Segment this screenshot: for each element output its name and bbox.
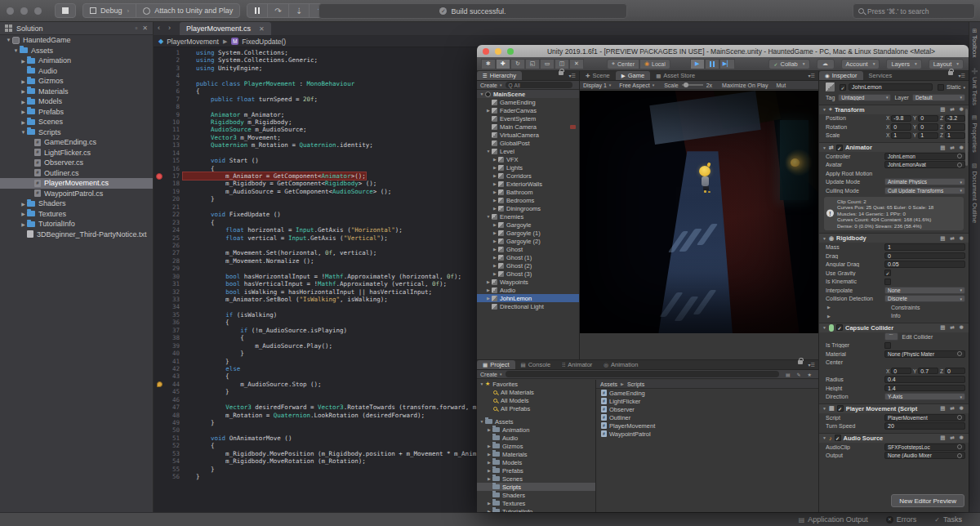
inspector-tab[interactable]: ◉Inspector — [819, 71, 863, 80]
solution-tree-item[interactable]: ▼Scripts — [0, 127, 153, 138]
value-field[interactable]: 0.05 — [884, 261, 965, 268]
hierarchy-item[interactable]: VirtualCamera — [477, 131, 579, 139]
stop-button[interactable] — [55, 3, 76, 18]
active-checkbox[interactable]: ✓ — [840, 84, 846, 91]
label-icon[interactable]: ✎ — [794, 372, 804, 377]
hierarchy-item[interactable]: Main Camera — [477, 123, 579, 131]
project-tree-item[interactable]: ▶Animation — [477, 426, 595, 434]
run-target-dropdown[interactable]: Attach to Unity and Play — [136, 4, 239, 17]
lock-icon[interactable] — [948, 71, 953, 75]
hierarchy-item[interactable]: ▶Audio — [477, 286, 579, 294]
vector-field[interactable]: -3.2 — [945, 115, 965, 123]
tree-arrow-icon[interactable]: ▶ — [486, 427, 492, 432]
vector-field[interactable]: 1 — [918, 132, 938, 140]
gutter[interactable] — [154, 87, 165, 95]
gutter[interactable] — [154, 134, 165, 141]
project-search-input[interactable] — [506, 371, 779, 377]
project-tree-item[interactable]: All Prefabs — [477, 404, 595, 412]
component-header[interactable]: ▼⇄✓Animator▤ ⇄ ✹ — [819, 142, 969, 152]
fold-arrow-icon[interactable]: ▶ — [826, 305, 832, 310]
hierarchy-item[interactable]: ▶ExteriorWalls — [477, 180, 579, 188]
tree-arrow-icon[interactable]: ▶ — [20, 78, 27, 84]
space-toggle-button[interactable]: ◉Local — [639, 59, 670, 69]
hierarchy-item[interactable]: ▶Gargoyle — [477, 221, 579, 229]
object-picker-icon[interactable] — [957, 444, 962, 449]
animation-tab[interactable]: ◎Animation — [598, 360, 644, 369]
tree-arrow-icon[interactable]: ▶ — [485, 108, 492, 113]
hierarchy-item[interactable]: ▶Bathroom — [477, 188, 579, 196]
mute-audio-button[interactable]: Mut — [777, 82, 786, 88]
vector-field[interactable]: 0 — [918, 123, 938, 131]
project-tree-item[interactable]: All Materials — [477, 388, 595, 396]
project-file-item[interactable]: #GameEnding — [596, 389, 818, 397]
pause-button[interactable] — [247, 4, 267, 17]
solution-tree-item[interactable]: #LightFlicker.cs — [0, 148, 153, 158]
application-output-button[interactable]: ▤ Application Output — [799, 515, 868, 524]
panel-menu-icon[interactable]: ▾☰ — [566, 71, 579, 80]
gutter[interactable] — [154, 342, 165, 350]
bookmark-icon[interactable] — [157, 381, 163, 387]
hierarchy-item[interactable]: ▶Bedrooms — [477, 196, 579, 204]
errors-button[interactable]: ✕ Errors — [886, 515, 917, 524]
breakpoint-icon[interactable] — [156, 173, 163, 180]
game-tab[interactable]: ▶Game — [616, 71, 650, 80]
tree-arrow-icon[interactable]: ▼ — [20, 130, 27, 135]
gutter[interactable] — [154, 334, 165, 341]
tree-arrow-icon[interactable]: ▶ — [485, 288, 492, 292]
fold-arrow-icon[interactable]: ▶ — [826, 314, 832, 319]
hierarchy-item[interactable]: ▼Level — [477, 147, 579, 155]
project-tree-item[interactable]: ▼★Favorites — [477, 380, 595, 388]
tree-arrow-icon[interactable]: ▶ — [20, 221, 27, 227]
solution-tree-item[interactable]: ▼Assets — [0, 46, 153, 56]
object-field[interactable]: None (Audio Mixer — [884, 452, 965, 459]
object-name-field[interactable]: JohnLemon — [849, 83, 933, 91]
nav-forward-icon[interactable]: › — [164, 22, 175, 35]
tree-arrow-icon[interactable]: ▶ — [20, 201, 27, 207]
tree-arrow-icon[interactable]: ▶ — [492, 181, 498, 186]
gutter[interactable] — [154, 188, 165, 195]
inspector-scrollbar[interactable] — [965, 109, 968, 166]
gutter[interactable] — [154, 319, 165, 326]
gutter[interactable] — [154, 118, 165, 126]
project-file-item[interactable]: #Observer — [596, 405, 818, 413]
tree-arrow-icon[interactable]: ▶ — [486, 501, 492, 506]
tree-arrow-icon[interactable]: ▶ — [492, 255, 498, 260]
tree-arrow-icon[interactable]: ▶ — [492, 222, 498, 227]
solution-tree-item[interactable]: ▶Scenes — [0, 117, 153, 127]
project-tree-item[interactable]: Scripts — [477, 483, 595, 491]
gutter[interactable] — [154, 203, 165, 211]
component-header[interactable]: ▼▤✓Player Movement (Script▤ ⇄ ✹ — [819, 403, 969, 413]
hierarchy-item[interactable]: ▶Gargoyle (1) — [477, 229, 579, 237]
vector-field[interactable]: 0 — [945, 123, 965, 131]
dock-icon[interactable]: ▫ — [135, 25, 137, 32]
panel-menu-icon[interactable]: ▾☰ — [805, 71, 818, 80]
pause-button-unity[interactable] — [705, 59, 719, 69]
gutter[interactable] — [154, 172, 165, 180]
tree-arrow-icon[interactable]: ▶ — [486, 452, 492, 457]
property-checkbox[interactable] — [884, 279, 891, 285]
project-tree-item[interactable]: ▶TutorialInfo — [477, 507, 595, 512]
hierarchy-item[interactable]: ▶VFX — [477, 155, 579, 163]
solution-tree-item[interactable]: #GameEnding.cs — [0, 137, 153, 148]
gutter[interactable] — [154, 426, 165, 434]
animator-tab[interactable]: ⁝⁝Animator — [556, 360, 598, 369]
window-zoom-button[interactable] — [34, 7, 42, 15]
hand-tool-button[interactable]: ✱ — [481, 59, 496, 69]
fold-arrow-icon[interactable]: ▼ — [822, 107, 829, 112]
hierarchy-item[interactable]: ▶Ghost (3) — [477, 270, 579, 278]
hierarchy-item[interactable]: ▼MainScene — [477, 90, 579, 98]
window-minimize-button[interactable] — [20, 7, 28, 15]
fold-arrow-icon[interactable]: ▼ — [822, 406, 829, 411]
pad-tab-unit-tests[interactable]: ➕ Unit Tests — [971, 61, 978, 109]
tree-arrow-icon[interactable]: ▶ — [486, 468, 492, 473]
gutter[interactable] — [154, 141, 165, 149]
gutter[interactable] — [154, 280, 165, 288]
breadcrumb-member[interactable]: FixedUpdate() — [242, 38, 286, 46]
value-dropdown[interactable]: Cull Update Transforms▾ — [884, 187, 965, 194]
tree-arrow-icon[interactable]: ▶ — [486, 476, 492, 481]
value-dropdown[interactable]: Discrete▾ — [884, 295, 965, 302]
gutter[interactable] — [154, 126, 165, 133]
hierarchy-item[interactable]: ▶Diningrooms — [477, 204, 579, 212]
tree-arrow-icon[interactable]: ▼ — [479, 91, 485, 96]
debug-config-dropdown[interactable]: Debug › — [83, 4, 136, 17]
